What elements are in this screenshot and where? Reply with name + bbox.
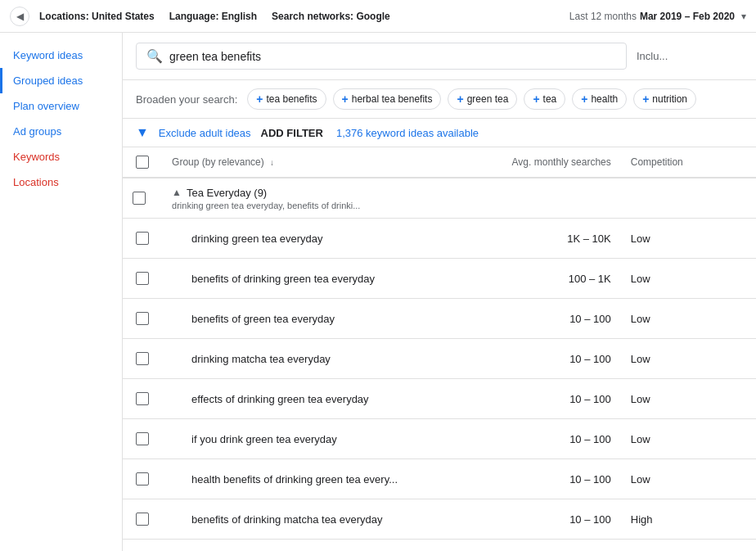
row-checkbox-cell[interactable]: [123, 259, 162, 299]
row-searches-cell: 100 – 1K: [457, 259, 621, 299]
row-checkbox[interactable]: [136, 232, 149, 245]
row-keyword-cell: benefits of drinking matcha tea everyday: [162, 499, 457, 540]
chip-label: health: [591, 93, 618, 105]
competition-value: High: [631, 513, 653, 526]
row-competition-cell: Low: [621, 219, 756, 259]
row-searches-cell: 10 – 100: [457, 299, 621, 339]
expand-icon[interactable]: ▲: [172, 187, 182, 198]
row-checkbox-cell[interactable]: [123, 379, 162, 419]
header-group[interactable]: Group (by relevance) ↓: [162, 147, 457, 178]
row-checkbox-cell[interactable]: [123, 499, 162, 540]
row-checkbox[interactable]: [136, 392, 149, 405]
row-keyword-cell: drinking green tea everyday: [162, 219, 457, 259]
keyword-name: benefits of green tea everyday: [172, 313, 335, 325]
row-checkbox-cell[interactable]: [123, 459, 162, 499]
row-checkbox-cell[interactable]: [123, 419, 162, 459]
header-searches[interactable]: Avg. monthly searches: [457, 147, 621, 178]
row-checkbox-cell[interactable]: [123, 540, 162, 552]
search-bar: 🔍 Inclu...: [123, 33, 756, 80]
competition-value: Low: [631, 313, 650, 325]
group-subtitle: drinking green tea everyday, benefits of…: [172, 201, 360, 210]
row-keyword-cell: drinking matcha tea everyday: [162, 339, 457, 379]
keyword-name: benefits of drinking matcha tea everyday: [172, 513, 382, 526]
plus-icon: +: [642, 93, 649, 106]
location-meta: Locations: United States: [39, 11, 155, 22]
row-checkbox[interactable]: [136, 472, 149, 486]
row-checkbox[interactable]: [136, 312, 149, 325]
exclude-adult-link[interactable]: Exclude adult ideas: [159, 127, 251, 139]
filter-row: ▼ Exclude adult ideas ADD FILTER 1,376 k…: [123, 119, 756, 147]
date-range[interactable]: Last 12 months Mar 2019 – Feb 2020 ▾: [569, 11, 746, 22]
row-checkbox[interactable]: [136, 272, 149, 285]
sidebar-item-keywords[interactable]: Keywords: [0, 144, 122, 169]
sidebar-item-keyword-ideas[interactable]: Keyword ideas: [0, 43, 122, 68]
search-input-wrap[interactable]: 🔍: [136, 43, 627, 70]
chip-nutrition[interactable]: + nutrition: [633, 88, 696, 110]
sidebar-item-grouped-ideas[interactable]: Grouped ideas: [0, 68, 122, 93]
header-competition[interactable]: Competition: [621, 147, 756, 178]
chip-tea-benefits[interactable]: + tea benefits: [247, 88, 326, 110]
group-row-header: ▲ Tea Everyday (9): [172, 187, 267, 199]
select-all-checkbox[interactable]: [136, 156, 149, 169]
chip-green-tea[interactable]: + green tea: [448, 88, 517, 110]
searches-value: 10 – 100: [569, 473, 611, 486]
keyword-name: drinking matcha tea everyday: [172, 353, 331, 365]
search-icon: 🔍: [146, 48, 163, 64]
row-checkbox-cell[interactable]: [123, 299, 162, 339]
table-header-row: Group (by relevance) ↓ Avg. monthly sear…: [123, 147, 756, 178]
searches-value: 10 – 100: [569, 433, 611, 445]
header-checkbox-cell[interactable]: [123, 147, 162, 178]
table-wrap: Group (by relevance) ↓ Avg. monthly sear…: [123, 147, 756, 551]
row-searches-cell: 10 – 100: [457, 339, 621, 379]
searches-value: 10 – 100: [569, 353, 611, 365]
sort-icon: ↓: [270, 158, 274, 167]
group-checkbox[interactable]: [133, 192, 146, 205]
group-name-cell[interactable]: ▲ Tea Everyday (9) drinking green tea ev…: [162, 178, 457, 219]
plus-icon: +: [457, 93, 463, 106]
row-searches-cell: 10 – 100: [457, 419, 621, 459]
group-competition-cell: [621, 178, 756, 219]
chip-health[interactable]: + health: [572, 88, 627, 110]
row-competition-cell: High: [621, 499, 756, 540]
table-row: if you drink green tea everyday 10 – 100…: [123, 419, 756, 459]
ideas-count: 1,376 keyword ideas available: [336, 127, 479, 139]
collapse-sidebar-button[interactable]: ◀: [10, 7, 29, 26]
add-filter-button[interactable]: ADD FILTER: [261, 127, 323, 139]
sidebar-item-ad-groups[interactable]: Ad groups: [0, 119, 122, 144]
row-keyword-cell: benefits of drinking green tea everyday: [162, 259, 457, 299]
sidebar-item-locations[interactable]: Locations: [0, 169, 122, 195]
keyword-name: drinking green tea everyday: [172, 233, 322, 245]
competition-value: Low: [631, 353, 650, 365]
table-row: drinking matcha tea everyday 10 – 100 Lo…: [123, 339, 756, 379]
network-meta: Search networks: Google: [272, 11, 390, 22]
language-value: English: [222, 11, 257, 22]
row-checkbox-cell[interactable]: [123, 339, 162, 379]
chip-tea[interactable]: + tea: [524, 88, 565, 110]
main-content: 🔍 Inclu... Broaden your search: + tea be…: [123, 33, 756, 551]
keyword-name: health benefits of drinking green tea ev…: [172, 473, 398, 486]
group-checkbox-cell[interactable]: [123, 178, 162, 219]
searches-value: 1K – 10K: [567, 233, 611, 245]
group-header-row: ▲ Tea Everyday (9) drinking green tea ev…: [123, 178, 756, 219]
chip-herbal-tea-benefits[interactable]: + herbal tea benefits: [333, 88, 442, 110]
search-input[interactable]: [169, 50, 616, 63]
table-row: drinking green tea everyday 1K – 10K Low: [123, 219, 756, 259]
row-keyword-cell: drinking green tea everyday for skin: [162, 540, 457, 552]
collapse-icon: ◀: [16, 11, 24, 22]
searches-value: 100 – 1K: [569, 273, 611, 285]
plus-icon: +: [581, 93, 587, 106]
table-row: health benefits of drinking green tea ev…: [123, 459, 756, 499]
keywords-table: Group (by relevance) ↓ Avg. monthly sear…: [123, 147, 756, 551]
sidebar-item-plan-overview[interactable]: Plan overview: [0, 93, 122, 119]
searches-value: 10 – 100: [569, 313, 611, 325]
row-competition-cell: Low: [621, 339, 756, 379]
group-name: Tea Everyday (9): [187, 187, 267, 199]
chip-label: tea benefits: [266, 93, 317, 105]
table-row: benefits of drinking matcha tea everyday…: [123, 499, 756, 540]
row-checkbox-cell[interactable]: [123, 219, 162, 259]
row-checkbox[interactable]: [136, 513, 149, 526]
row-checkbox[interactable]: [136, 352, 149, 365]
plus-icon: +: [256, 93, 263, 106]
competition-value: Low: [631, 473, 650, 486]
row-checkbox[interactable]: [136, 432, 149, 445]
